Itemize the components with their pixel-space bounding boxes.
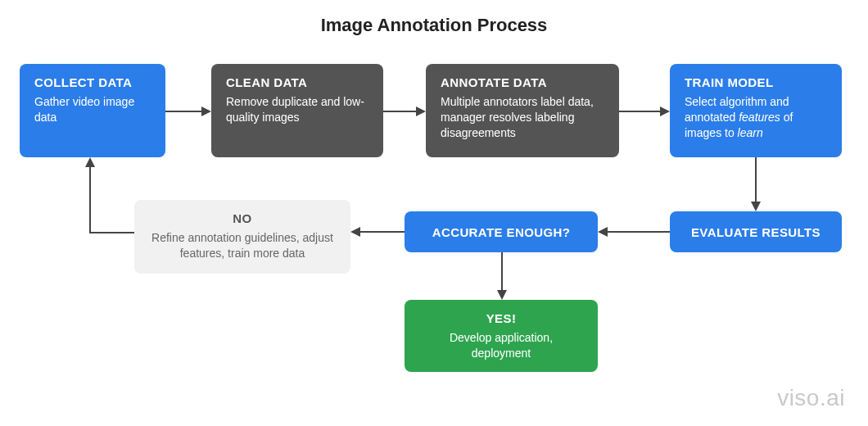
node-header: YES! xyxy=(419,311,583,325)
watermark: viso.ai xyxy=(777,385,845,411)
node-no: NO Refine annotation guidelines, adjust … xyxy=(134,200,350,274)
svg-marker-11 xyxy=(350,227,360,237)
svg-marker-5 xyxy=(660,106,670,116)
svg-marker-3 xyxy=(416,106,426,116)
svg-marker-14 xyxy=(85,157,95,167)
svg-marker-13 xyxy=(497,290,507,300)
arrow-clean-to-annotate xyxy=(383,105,426,121)
node-header: ACCURATE ENOUGH? xyxy=(432,225,571,239)
node-clean-data: CLEAN DATA Remove duplicate and low-qual… xyxy=(211,64,383,157)
node-header: CLEAN DATA xyxy=(226,75,368,89)
arrow-evaluate-to-accurate xyxy=(598,225,670,242)
node-evaluate-results: EVALUATE RESULTS xyxy=(670,211,842,252)
node-body: Gather video image data xyxy=(34,94,151,125)
node-train-model: TRAIN MODEL Select algorithm and annotat… xyxy=(670,64,842,157)
svg-marker-7 xyxy=(751,202,761,211)
node-body: Remove duplicate and low-quality images xyxy=(226,94,368,125)
node-header: NO xyxy=(149,211,336,225)
node-body: Refine annotation guidelines, adjust fea… xyxy=(149,230,336,261)
node-annotate-data: ANNOTATE DATA Multiple annotators label … xyxy=(426,64,619,157)
node-header: ANNOTATE DATA xyxy=(441,75,604,89)
diagram-canvas: Image Annotation Process COLLECT DATA Ga… xyxy=(0,0,868,426)
svg-marker-1 xyxy=(201,106,211,116)
arrow-train-to-evaluate xyxy=(748,157,765,211)
arrow-annotate-to-train xyxy=(619,105,670,121)
diagram-title: Image Annotation Process xyxy=(0,15,868,36)
node-body: Select algorithm and annotated features … xyxy=(685,94,827,141)
node-accurate-enough: ACCURATE ENOUGH? xyxy=(405,211,598,252)
node-collect-data: COLLECT DATA Gather video image data xyxy=(20,64,165,157)
node-header: COLLECT DATA xyxy=(34,75,151,89)
arrow-accurate-to-yes xyxy=(495,252,511,300)
node-body: Develop application, deployment xyxy=(419,330,583,361)
arrow-no-to-collect xyxy=(80,157,138,239)
arrow-collect-to-clean xyxy=(165,105,211,121)
arrow-accurate-to-no xyxy=(350,225,405,242)
node-header: TRAIN MODEL xyxy=(685,75,827,89)
svg-marker-9 xyxy=(598,227,608,237)
node-header: EVALUATE RESULTS xyxy=(691,225,821,239)
node-body: Multiple annotators label data, manager … xyxy=(441,94,604,141)
node-yes: YES! Develop application, deployment xyxy=(405,300,598,372)
